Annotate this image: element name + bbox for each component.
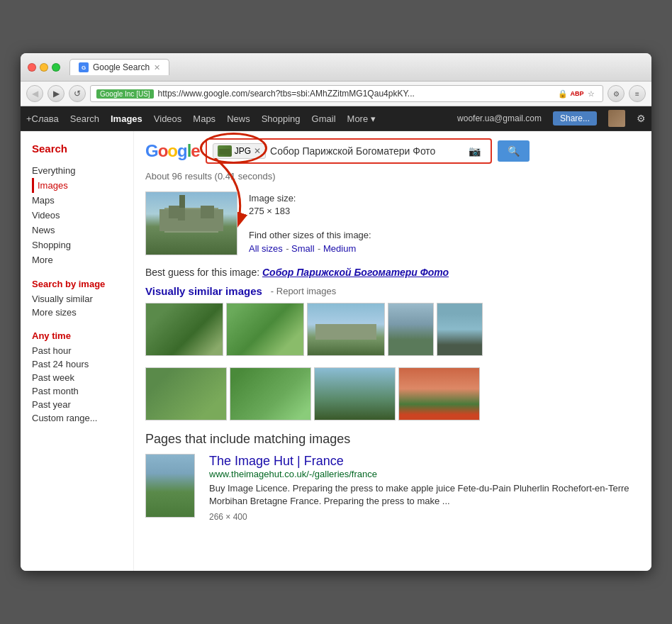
nav-more[interactable]: More ▾ [347,112,376,126]
pages-title: Pages that include matching images [145,432,640,447]
grid-image-2[interactable] [226,303,304,356]
browser-window: G Google Search ✕ ◀ ▶ ↺ Google Inc [US] … [21,53,651,571]
grid-image-8[interactable] [314,367,396,420]
result-snippet: Buy Image Licence. Preparing the press t… [209,482,640,508]
active-tab[interactable]: G Google Search ✕ [69,59,169,75]
tab-close-icon[interactable]: ✕ [154,63,160,72]
lock-icon: 🔒 [557,88,569,99]
similar-header: Visually similar images - Report images [145,285,640,297]
minimize-btn[interactable] [40,63,48,72]
image-size-value: 275 × 183 [249,206,290,216]
sidebar-more-sizes[interactable]: More sizes [32,306,122,319]
address-bar: ◀ ▶ ↺ Google Inc [US] https://www.google… [21,82,651,106]
address-text: https://www.google.com/search?tbs=sbi:AM… [158,89,557,99]
size-links: All sizes - Small - Medium [249,242,640,255]
back-button[interactable]: ◀ [26,85,43,102]
user-avatar [608,110,625,127]
maximize-btn[interactable] [52,63,60,72]
sidebar-item-videos[interactable]: Videos [32,208,122,223]
share-button[interactable]: Share... [553,111,597,126]
sidebar-item-news[interactable]: News [32,223,122,238]
sidebar-item-maps[interactable]: Maps [32,193,122,208]
google-logo: Google [145,141,200,161]
sidebar-item-more[interactable]: More [32,252,122,267]
adblock-icon: ABP [571,88,583,99]
sidebar-item-everything[interactable]: Everything [32,163,122,178]
address-icons: 🔒 ABP ☆ [557,88,597,99]
image-grid-row2 [145,367,640,420]
nav-maps[interactable]: Maps [193,112,215,126]
grid-image-9[interactable] [398,367,480,420]
search-bar-row: Google JPG ✕ 📷 🔍 [145,138,640,164]
all-sizes-link[interactable]: All sizes [249,243,283,254]
visually-similar-link[interactable]: Visually similar images [145,285,262,297]
time-past-week[interactable]: Past week [32,371,122,384]
refresh-button[interactable]: ↺ [69,85,86,102]
star-icon[interactable]: ☆ [586,88,597,99]
small-size-link[interactable]: Small [291,243,315,254]
nav-user: woofer.ua@gmail.com [457,113,542,123]
camera-icon[interactable]: 📷 [469,145,481,157]
sidebar-item-images[interactable]: Images [32,178,122,193]
other-sizes-label: Find other sizes of this image: [249,230,640,240]
time-past-month[interactable]: Past month [32,384,122,398]
search-by-image-title: Search by image [32,279,122,289]
sidebar-item-shopping[interactable]: Shopping [32,238,122,252]
search-text-input[interactable] [270,145,469,157]
nav-search[interactable]: Search [70,112,99,126]
image-result-section: Image size: 275 × 183 Find other sizes o… [145,191,640,255]
result-img-size: 266 × 400 [209,512,640,522]
time-filter-section: Any time Past hour Past 24 hours Past we… [32,330,122,425]
forward-button[interactable]: ▶ [47,85,65,102]
report-images-link[interactable]: - Report images [271,286,336,296]
grid-image-6[interactable] [145,367,227,420]
nav-slava[interactable]: +Слава [26,112,59,126]
grid-image-7[interactable] [230,367,311,420]
image-info: Image size: 275 × 183 Find other sizes o… [249,191,640,255]
search-icon: 🔍 [508,145,520,157]
result-title-link[interactable]: The Image Hut | France [209,454,640,469]
content-area: Search Everything Images Maps Videos New… [21,131,651,571]
main-area: Google JPG ✕ 📷 🔍 [134,131,651,571]
best-guess-link[interactable]: Собор Парижской Богоматери Фото [262,267,449,278]
time-custom[interactable]: Custom range... [32,411,122,425]
tab-title: Google Search [93,62,150,72]
result-url: www.theimagehut.co.uk/-/galleries/france [209,469,640,479]
nav-shopping[interactable]: Shopping [262,112,301,126]
image-grid-row1 [145,303,640,356]
time-past-hour[interactable]: Past hour [32,344,122,357]
nav-news[interactable]: News [227,112,250,126]
time-past-year[interactable]: Past year [32,398,122,411]
best-guess: Best guess for this image: Собор Парижск… [145,267,640,278]
chip-thumbnail [218,145,232,157]
grid-image-5[interactable] [437,303,483,356]
close-btn[interactable] [28,63,36,72]
nav-videos[interactable]: Videos [154,112,182,126]
search-button[interactable]: 🔍 [498,140,530,162]
tab-bar: G Google Search ✕ [69,59,644,75]
nav-menu: +Слава Search Images Videos Maps News Sh… [21,106,651,131]
address-box[interactable]: Google Inc [US] https://www.google.com/s… [90,85,603,102]
settings-icon[interactable]: ⚙ [637,113,646,124]
search-input-container: JPG ✕ 📷 [206,138,492,164]
menu-icon[interactable]: ≡ [629,85,646,102]
grid-image-1[interactable] [145,303,223,356]
search-by-image-section: Search by image Visually similar More si… [32,279,122,319]
grid-image-3[interactable] [307,303,385,356]
nav-images[interactable]: Images [111,112,142,126]
result-content: The Image Hut | France www.theimagehut.c… [209,454,640,522]
source-image-preview [145,191,237,255]
sidebar-title: Search [32,143,122,155]
image-chip[interactable]: JPG ✕ [213,143,266,159]
extensions-icon[interactable]: ⚙ [607,85,625,102]
tab-favicon: G [79,62,89,72]
grid-image-4[interactable] [388,303,434,356]
sidebar-visually-similar[interactable]: Visually similar [32,292,122,306]
time-past-24h[interactable]: Past 24 hours [32,357,122,371]
chip-remove[interactable]: ✕ [254,146,261,156]
chip-label: JPG [235,146,251,156]
notre-dame-image [146,192,237,255]
sidebar: Search Everything Images Maps Videos New… [21,131,134,571]
medium-size-link[interactable]: Medium [323,243,356,254]
nav-gmail[interactable]: Gmail [312,112,336,126]
